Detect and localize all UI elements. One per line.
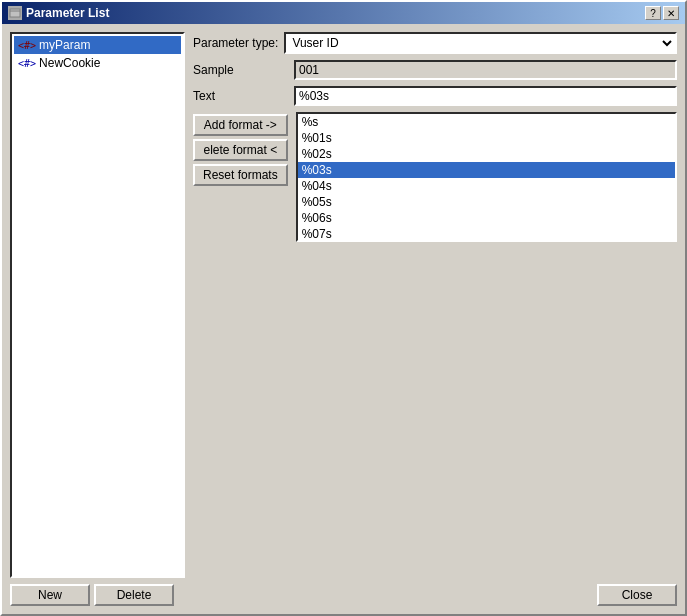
list-item[interactable]: %02s [298,146,675,162]
list-item[interactable]: %01s [298,130,675,146]
bottom-right-buttons: Close [597,584,677,606]
format-buttons: Add format -> elete format < Reset forma… [193,112,288,186]
format-list[interactable]: %s %01s %02s %03s %04s %05s %06s %07s %0… [296,112,677,242]
list-item[interactable]: %s [298,114,675,130]
right-panel: Parameter type: Vuser ID Random Number D… [193,32,677,578]
title-buttons: ? ✕ [645,6,679,20]
svg-rect-0 [10,9,20,17]
param-type-row: Parameter type: Vuser ID Random Number D… [193,32,677,54]
param-item-newcookie[interactable]: <#> NewCookie [14,54,181,72]
add-format-button[interactable]: Add format -> [193,114,288,136]
param-label-newcookie: NewCookie [39,56,100,70]
title-bar: Parameter List ? ✕ [2,2,685,24]
list-item[interactable]: %05s [298,194,675,210]
new-button[interactable]: New [10,584,90,606]
param-item-myparam[interactable]: <#> myParam [14,36,181,54]
text-input[interactable] [294,86,677,106]
window-body: <#> myParam <#> NewCookie Parameter type… [2,24,685,614]
left-panel: <#> myParam <#> NewCookie [10,32,185,578]
main-area: <#> myParam <#> NewCookie Parameter type… [10,32,677,578]
title-bar-left: Parameter List [8,6,109,20]
param-list: <#> myParam <#> NewCookie [12,34,183,576]
param-label-myparam: myParam [39,38,90,52]
param-icon-myparam: <#> [18,40,36,51]
reset-formats-button[interactable]: Reset formats [193,164,288,186]
param-type-select[interactable]: Vuser ID Random Number Date/Time Group N… [284,32,677,54]
bottom-bar: New Delete Close [10,578,677,606]
param-type-label: Parameter type: [193,36,278,50]
delete-button[interactable]: Delete [94,584,174,606]
close-button[interactable]: ✕ [663,6,679,20]
delete-format-button[interactable]: elete format < [193,139,288,161]
parameter-list-window: Parameter List ? ✕ <#> myParam <#> NewCo… [0,0,687,616]
sample-row: Sample 001 [193,60,677,80]
sample-label: Sample [193,63,288,77]
close-button[interactable]: Close [597,584,677,606]
list-item[interactable]: %06s [298,210,675,226]
list-item[interactable]: %04s [298,178,675,194]
list-item[interactable]: %07s [298,226,675,242]
window-title: Parameter List [26,6,109,20]
text-row: Text [193,86,677,106]
format-area: Add format -> elete format < Reset forma… [193,112,677,242]
bottom-left-buttons: New Delete [10,584,174,606]
list-item-selected[interactable]: %03s [298,162,675,178]
window-icon [8,6,22,20]
sample-value: 001 [294,60,677,80]
text-label: Text [193,89,288,103]
param-icon-newcookie: <#> [18,58,36,69]
help-button[interactable]: ? [645,6,661,20]
